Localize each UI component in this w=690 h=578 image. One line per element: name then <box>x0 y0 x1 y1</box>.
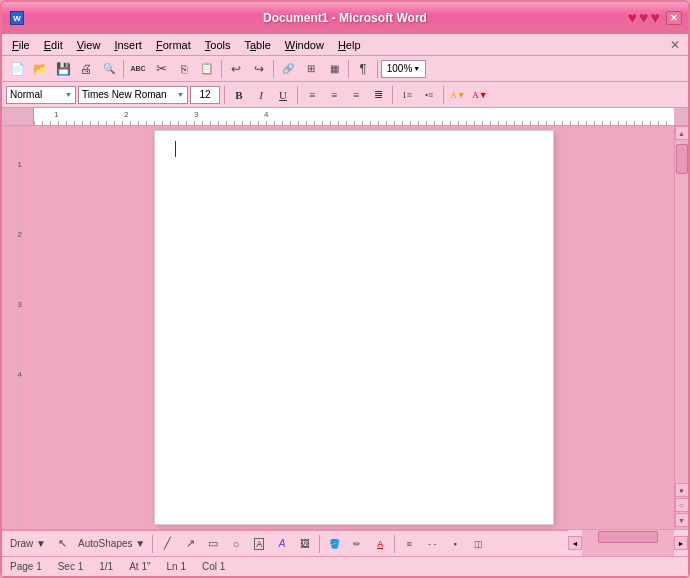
document-page[interactable]: @keyframes blink { 50% { opacity: 0; } } <box>154 130 554 525</box>
numbering-icon: 1≡ <box>402 90 412 100</box>
redo-icon: ↪ <box>254 62 264 76</box>
draw-menu-button[interactable]: Draw ▼ <box>6 534 50 554</box>
bold-button[interactable]: B <box>229 86 249 104</box>
scroll-down-arrow: ▼ <box>678 517 685 524</box>
style-selector[interactable]: Normal ▼ <box>6 86 76 104</box>
scroll-to-next-button[interactable]: ○ <box>675 498 689 512</box>
wordart-button[interactable]: A <box>271 534 293 554</box>
zoom-box[interactable]: 100% ▼ <box>381 60 426 78</box>
h-scroll-track[interactable] <box>582 530 674 556</box>
underline-button[interactable]: U <box>273 86 293 104</box>
dash-style-icon: - - <box>428 539 437 549</box>
textbox-tool-button[interactable]: A <box>248 534 270 554</box>
new-button[interactable]: 📄 <box>6 59 28 79</box>
menu-view[interactable]: View <box>71 37 107 53</box>
undo-button[interactable]: ↩ <box>225 59 247 79</box>
line-tool-button[interactable]: ╱ <box>156 534 178 554</box>
paste-button[interactable]: 📋 <box>196 59 218 79</box>
select-tool-button[interactable]: ↖ <box>51 534 73 554</box>
window-close-button[interactable]: ✕ <box>666 11 682 25</box>
fill-color-button[interactable]: 🪣 <box>323 534 345 554</box>
scroll-down-button[interactable]: ▼ <box>675 513 689 527</box>
align-center-button[interactable]: ≡ <box>324 86 344 104</box>
toolbar-sep-1 <box>123 60 124 78</box>
spell-check-button[interactable]: ABC <box>127 59 149 79</box>
draw-label: Draw ▼ <box>10 538 46 549</box>
bottom-toolbar-row: Draw ▼ ↖ AutoShapes ▼ ╱ ↗ ▭ ○ A <box>2 529 688 556</box>
h-scroll-right-button[interactable]: ► <box>674 536 688 550</box>
clipart-icon: 🖼 <box>300 538 310 549</box>
print-button[interactable]: 🖨 <box>75 59 97 79</box>
italic-button[interactable]: I <box>251 86 271 104</box>
shadow-button[interactable]: ▪ <box>444 534 466 554</box>
highlight-button[interactable]: A▼ <box>448 86 468 104</box>
autoshapes-button[interactable]: AutoShapes ▼ <box>74 534 149 554</box>
scroll-up-button[interactable]: ▲ <box>675 126 689 140</box>
title-bar: W Document1 - Microsoft Word ♥ ♥ ♥ ✕ <box>2 2 688 34</box>
dash-style-button[interactable]: - - <box>421 534 443 554</box>
font-value: Times New Roman <box>82 89 167 100</box>
print-preview-button[interactable]: 🔍 <box>98 59 120 79</box>
menu-edit[interactable]: Edit <box>38 37 69 53</box>
clipart-button[interactable]: 🖼 <box>294 534 316 554</box>
paragraph-marks-icon: ¶ <box>360 61 367 76</box>
status-sec-label: Sec 1 <box>58 561 84 572</box>
scroll-thumb-v[interactable] <box>676 144 688 174</box>
align-left-button[interactable]: ≡ <box>302 86 322 104</box>
tables-borders-button[interactable]: ⊞ <box>300 59 322 79</box>
rect-icon: ▭ <box>208 537 218 550</box>
hyperlink-icon: 🔗 <box>282 63 294 74</box>
justify-button[interactable]: ≣ <box>368 86 388 104</box>
insert-table-button[interactable]: ▦ <box>323 59 345 79</box>
3d-button[interactable]: ◫ <box>467 534 489 554</box>
menu-insert[interactable]: Insert <box>108 37 148 53</box>
ruler-ticks <box>34 121 674 125</box>
h-scroll-left-button[interactable]: ◄ <box>568 536 582 550</box>
font-size-selector[interactable]: 12 <box>190 86 220 104</box>
left-ruler-num-4: 4 <box>18 370 22 379</box>
save-button[interactable]: 💾 <box>52 59 74 79</box>
bullets-icon: •≡ <box>425 90 433 100</box>
align-right-button[interactable]: ≡ <box>346 86 366 104</box>
copy-button[interactable]: ⎘ <box>173 59 195 79</box>
open-button[interactable]: 📂 <box>29 59 51 79</box>
line-color-button[interactable]: ✏ <box>346 534 368 554</box>
menu-help[interactable]: Help <box>332 37 367 53</box>
ruler-mark-4: 4 <box>264 110 268 119</box>
oval-icon: ○ <box>233 538 240 550</box>
tables-icon: ⊞ <box>307 63 315 74</box>
menu-table[interactable]: Table <box>238 37 276 53</box>
scroll-to-prev-button[interactable]: ● <box>675 483 689 497</box>
h-scroll-thumb[interactable] <box>598 531 658 543</box>
font-dropdown-arrow: ▼ <box>177 91 184 98</box>
scroll-track-v[interactable] <box>675 140 688 483</box>
redo-button[interactable]: ↪ <box>248 59 270 79</box>
status-page: Page 1 <box>10 561 42 572</box>
rect-tool-button[interactable]: ▭ <box>202 534 224 554</box>
left-ruler-num-2: 2 <box>18 230 22 239</box>
menu-format[interactable]: Format <box>150 37 197 53</box>
status-sec: Sec 1 <box>58 561 84 572</box>
menu-window[interactable]: Window <box>279 37 330 53</box>
font-color-draw-button[interactable]: A <box>369 534 391 554</box>
font-selector[interactable]: Times New Roman ▼ <box>78 86 188 104</box>
menu-tools[interactable]: Tools <box>199 37 237 53</box>
menu-close-button[interactable]: ✕ <box>666 38 684 52</box>
spell-check-icon: ABC <box>130 65 145 72</box>
paragraph-marks-button[interactable]: ¶ <box>352 59 374 79</box>
font-color-button[interactable]: A▼ <box>470 86 490 104</box>
oval-tool-button[interactable]: ○ <box>225 534 247 554</box>
hyperlink-button[interactable]: 🔗 <box>277 59 299 79</box>
format-sep-1 <box>224 86 225 104</box>
wordart-icon: A <box>279 538 286 549</box>
menu-file[interactable]: File <box>6 37 36 53</box>
bold-icon: B <box>235 89 242 101</box>
bullets-button[interactable]: •≡ <box>419 86 439 104</box>
line-style-button[interactable]: ≡ <box>398 534 420 554</box>
window-title: Document1 - Microsoft Word <box>263 11 427 25</box>
align-left-icon: ≡ <box>309 89 315 101</box>
zoom-arrow: ▼ <box>413 65 420 72</box>
cut-button[interactable]: ✂ <box>150 59 172 79</box>
numbering-button[interactable]: 1≡ <box>397 86 417 104</box>
arrow-tool-button[interactable]: ↗ <box>179 534 201 554</box>
